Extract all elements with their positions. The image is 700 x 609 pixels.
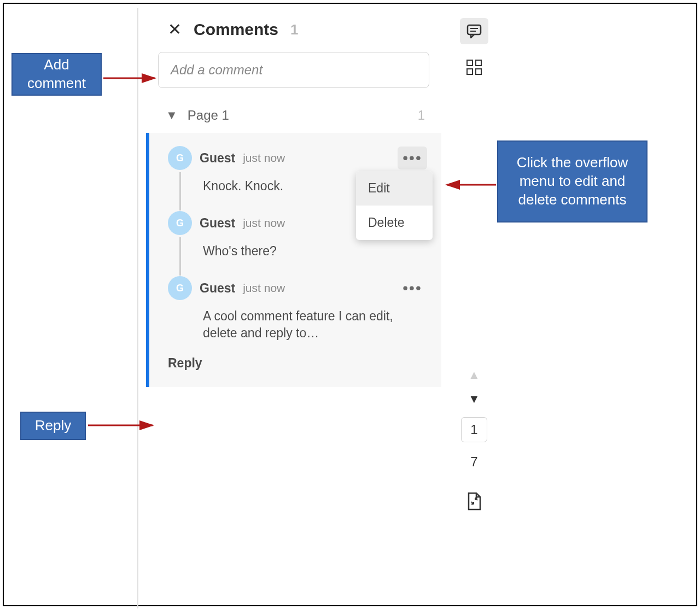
page-up-button[interactable]: ▲ [468,369,480,381]
panel-title: Comments [194,20,278,39]
page-comment-count: 1 [418,108,425,123]
page-section-header[interactable]: ▼ Page 1 1 [146,88,441,133]
panel-header: ✕ Comments 1 [146,8,441,52]
document-edge-line [137,8,138,608]
comment-time: just now [243,151,285,165]
fit-page-icon [465,491,483,511]
comment-body: Who's there? [203,243,427,260]
close-icon[interactable]: ✕ [168,21,182,38]
comment-body: A cool comment feature I can edit, delet… [203,308,427,342]
grid-icon [466,60,482,75]
thumbnails-view-button[interactable] [460,54,488,80]
comment-time: just now [243,216,285,230]
callout-arrow [87,417,158,434]
thread-connector [179,237,181,276]
comments-count: 1 [290,21,298,38]
current-page-input[interactable]: 1 [461,417,487,442]
chevron-down-icon: ▼ [166,109,178,121]
page-down-button[interactable]: ▼ [468,393,480,405]
callout-overflow: Click the overflow menu to edit and dele… [497,140,648,222]
page-navigator: ▲ ▼ 1 7 [452,369,496,513]
menu-item-delete[interactable]: Delete [356,206,433,240]
add-comment-placeholder: Add a comment [171,62,262,77]
avatar: G [168,211,192,235]
overflow-menu: Edit Delete [356,171,433,240]
fit-page-button[interactable] [465,491,483,513]
add-comment-input[interactable]: Add a comment [158,52,429,88]
avatar: G [168,276,192,300]
thread-connector [179,172,181,210]
page-label: Page 1 [188,108,408,123]
comment-time: just now [243,282,285,295]
callout-arrow [102,67,162,89]
avatar: G [168,146,192,170]
menu-item-edit[interactable]: Edit [356,171,433,206]
comment-item[interactable]: G Guest just now ••• A cool comment feat… [161,276,427,342]
overflow-menu-button[interactable]: ••• [398,147,427,169]
comment-author: Guest [200,281,235,296]
right-rail: ▲ ▼ 1 7 [452,8,496,87]
svg-rect-0 [468,25,481,34]
comment-author: Guest [200,151,235,166]
comments-view-button[interactable] [460,18,488,44]
comment-author: Guest [200,216,235,231]
callout-add-comment: Add comment [11,53,102,96]
overflow-menu-button[interactable]: ••• [398,277,427,300]
comment-thread: G Guest just now ••• Knock. Knock. Edit … [146,133,441,387]
comment-icon [466,24,482,39]
reply-button[interactable]: Reply [168,356,427,371]
callout-reply: Reply [20,412,86,440]
total-pages: 7 [470,454,477,470]
callout-arrow [444,177,498,193]
comments-panel: ✕ Comments 1 Add a comment ▼ Page 1 1 G … [146,8,441,387]
